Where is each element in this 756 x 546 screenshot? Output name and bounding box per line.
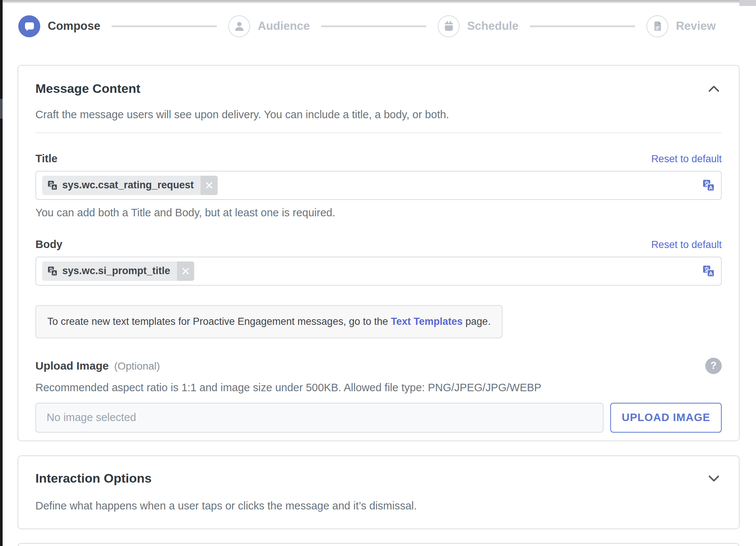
step-audience-label: Audience xyxy=(258,19,310,33)
note-prefix: To create new text templates for Proacti… xyxy=(47,316,391,327)
chevron-up-icon xyxy=(708,84,720,93)
interaction-options-description: Define what happens when a user taps or … xyxy=(35,499,722,513)
title-field-label: Title xyxy=(35,153,57,165)
translate-icon: A xyxy=(702,179,715,192)
top-window-edge xyxy=(3,0,756,3)
body-template-chip: A sys.wc.si_prompt_title xyxy=(42,261,194,281)
body-template-chip-label: sys.wc.si_prompt_title xyxy=(58,265,177,277)
step-review-label: Review xyxy=(676,19,716,33)
close-icon xyxy=(182,267,190,275)
section-divider xyxy=(35,132,722,133)
step-review-circle xyxy=(646,15,668,37)
document-icon xyxy=(652,20,664,32)
body-field-label: Body xyxy=(35,238,63,251)
step-compose-circle xyxy=(18,15,40,37)
next-section-card-edge xyxy=(18,543,740,546)
upload-optional-label: (Optional) xyxy=(114,360,160,372)
title-chip-remove-button[interactable] xyxy=(201,176,218,195)
step-review[interactable]: Review xyxy=(646,15,716,37)
chat-bubble-icon xyxy=(23,20,35,32)
right-scrollbar-thumb[interactable] xyxy=(739,0,756,6)
expand-section-button[interactable] xyxy=(706,473,722,484)
close-icon xyxy=(205,181,213,189)
stepper-connector xyxy=(530,25,635,27)
title-reset-link[interactable]: Reset to default xyxy=(651,153,722,165)
step-schedule[interactable]: Schedule xyxy=(438,15,519,37)
title-template-chip: A sys.wc.csat_rating_request xyxy=(42,176,218,195)
svg-text:A: A xyxy=(709,270,712,276)
interaction-options-card: Interaction Options Define what happens … xyxy=(18,455,740,529)
help-icon[interactable]: ? xyxy=(705,358,722,374)
title-template-chip-label: sys.wc.csat_rating_request xyxy=(58,179,201,191)
step-schedule-label: Schedule xyxy=(467,19,519,33)
left-dark-sidebar-edge xyxy=(0,0,3,546)
text-templates-link[interactable]: Text Templates xyxy=(391,316,463,327)
translate-icon: A xyxy=(47,266,58,276)
step-compose[interactable]: Compose xyxy=(18,15,100,37)
interaction-options-title: Interaction Options xyxy=(35,471,152,486)
message-content-description: Craft the message users will see upon de… xyxy=(35,108,722,122)
file-selected-display: No image selected xyxy=(35,403,604,433)
text-templates-note: To create new text templates for Proacti… xyxy=(35,305,503,338)
svg-text:A: A xyxy=(709,185,712,191)
step-audience[interactable]: Audience xyxy=(228,15,310,37)
title-helper-text: You can add both a Title and Body, but a… xyxy=(35,207,722,219)
translate-icon: A xyxy=(47,180,58,191)
message-content-card: Message Content Craft the message users … xyxy=(18,65,740,441)
chevron-down-icon xyxy=(708,474,720,483)
translate-icon: A xyxy=(702,265,715,277)
svg-text:A: A xyxy=(53,185,56,190)
collapse-section-button[interactable] xyxy=(706,83,722,95)
body-reset-link[interactable]: Reset to default xyxy=(651,239,722,251)
left-scrollbar-thumb[interactable] xyxy=(0,99,3,119)
wizard-stepper: Compose Audience Sch xyxy=(18,14,716,38)
step-compose-label: Compose xyxy=(48,19,100,33)
body-chip-remove-button[interactable] xyxy=(177,261,194,281)
upload-image-button[interactable]: UPLOAD IMAGE xyxy=(610,403,722,433)
stepper-connector xyxy=(111,25,217,27)
upload-image-label: Upload Image xyxy=(35,360,109,372)
person-icon xyxy=(233,20,246,32)
message-content-title: Message Content xyxy=(35,81,141,96)
body-input[interactable]: A sys.wc.si_prompt_title A xyxy=(35,257,722,286)
title-translation-button[interactable]: A xyxy=(702,179,715,192)
upload-hint-text: Recommended aspect ratio is 1:1 and imag… xyxy=(35,382,722,394)
calendar-icon xyxy=(442,20,455,32)
stepper-connector xyxy=(321,25,426,27)
svg-text:A: A xyxy=(53,270,56,276)
body-translation-button[interactable]: A xyxy=(702,265,715,277)
step-audience-circle xyxy=(228,15,250,37)
title-input[interactable]: A sys.wc.csat_rating_request A xyxy=(35,171,722,200)
note-suffix: page. xyxy=(463,316,491,327)
step-schedule-circle xyxy=(438,15,460,37)
